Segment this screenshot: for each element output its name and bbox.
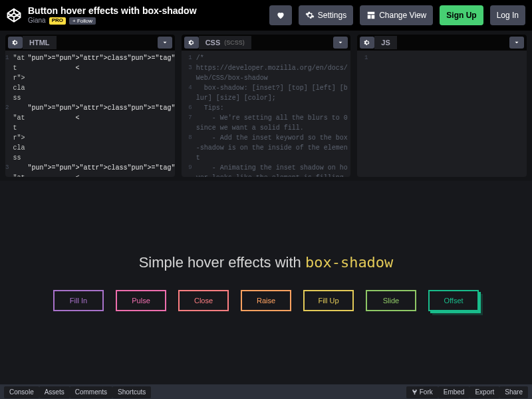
footer-bar: ConsoleAssetsCommentsShortcuts ForkEmbed… <box>0 384 532 399</box>
change-view-label: Change View <box>379 11 426 20</box>
preview-button-offset[interactable]: Offset <box>428 290 479 311</box>
preview-button-close[interactable]: Close <box>178 290 229 311</box>
codepen-logo-icon <box>7 8 21 23</box>
html-chevron-button[interactable] <box>158 37 172 49</box>
html-editor[interactable]: 1"attr">class"pun">="pun"><"attr">class"… <box>5 51 175 177</box>
css-pane: CSS (SCSS) 1/*3https://developer.mozilla… <box>182 35 351 177</box>
preview-button-fill-up[interactable]: Fill Up <box>303 290 354 311</box>
gear-icon <box>305 11 315 20</box>
heart-icon <box>276 11 285 20</box>
css-tab-label: CSS <box>205 39 221 47</box>
css-tab-sub: (SCSS) <box>224 39 245 46</box>
preview-heading-code: box-shadow <box>305 254 393 271</box>
footer-shortcuts-button[interactable]: Shortcuts <box>112 386 151 398</box>
css-chevron-button[interactable] <box>333 37 348 49</box>
chevron-down-icon <box>162 39 168 46</box>
footer-assets-button[interactable]: Assets <box>39 386 70 398</box>
editor-row: HTML 1"attr">class"pun">="pun"><"attr">c… <box>0 31 532 177</box>
js-chevron-button[interactable] <box>509 37 524 49</box>
settings-label: Settings <box>318 11 346 20</box>
html-tab-label: HTML <box>29 39 50 47</box>
preview-button-row: Fill InPulseCloseRaiseFill UpSlideOffset <box>53 290 479 311</box>
preview-button-pulse[interactable]: Pulse <box>116 290 166 311</box>
preview-heading-text: Simple hover effects with <box>139 254 305 271</box>
js-tab-label: JS <box>381 39 390 47</box>
html-pane: HTML 1"attr">class"pun">="pun"><"attr">c… <box>5 35 175 177</box>
preview-button-raise[interactable]: Raise <box>241 290 291 311</box>
footer-console-button[interactable]: Console <box>4 386 39 398</box>
author-name[interactable]: Giana <box>28 17 46 25</box>
footer-comments-button[interactable]: Comments <box>70 386 112 398</box>
preview-button-slide[interactable]: Slide <box>366 290 416 311</box>
chevron-down-icon <box>337 39 344 46</box>
gear-icon <box>12 39 19 46</box>
js-editor[interactable]: 1 <box>357 51 527 177</box>
html-tab[interactable]: HTML <box>23 36 57 49</box>
settings-button[interactable]: Settings <box>299 5 353 25</box>
heart-button[interactable] <box>269 5 292 25</box>
login-button[interactable]: Log In <box>490 5 525 25</box>
footer-fork-button[interactable]: Fork <box>406 386 438 398</box>
result-preview: Simple hover effects with box-shadow Fil… <box>0 181 532 384</box>
gear-icon <box>188 39 195 46</box>
change-view-button[interactable]: Change View <box>360 5 433 25</box>
app-header: Button hover effects with box-shadow Gia… <box>0 0 532 31</box>
layout-icon <box>366 11 376 20</box>
css-settings-button[interactable] <box>184 37 199 49</box>
html-settings-button[interactable] <box>8 37 23 49</box>
title-block: Button hover effects with box-shadow Gia… <box>28 6 197 25</box>
fork-icon <box>412 389 418 395</box>
css-tab[interactable]: CSS (SCSS) <box>199 36 251 49</box>
css-editor[interactable]: 1/*3https://developer.mozilla.org/en/doc… <box>182 51 351 177</box>
chevron-down-icon <box>513 39 520 46</box>
preview-button-fill-in[interactable]: Fill In <box>53 290 104 311</box>
js-tab[interactable]: JS <box>374 36 396 49</box>
preview-heading: Simple hover effects with box-shadow <box>139 254 394 271</box>
follow-button[interactable]: Follow <box>69 17 96 25</box>
pro-badge: PRO <box>49 17 66 24</box>
js-pane: JS 1 <box>357 35 527 177</box>
pen-title: Button hover effects with box-shadow <box>28 6 197 16</box>
footer-embed-button[interactable]: Embed <box>438 386 470 398</box>
gear-icon <box>364 39 370 46</box>
js-settings-button[interactable] <box>360 37 374 49</box>
footer-share-button[interactable]: Share <box>499 386 528 398</box>
footer-export-button[interactable]: Export <box>469 386 499 398</box>
signup-button[interactable]: Sign Up <box>440 5 483 25</box>
